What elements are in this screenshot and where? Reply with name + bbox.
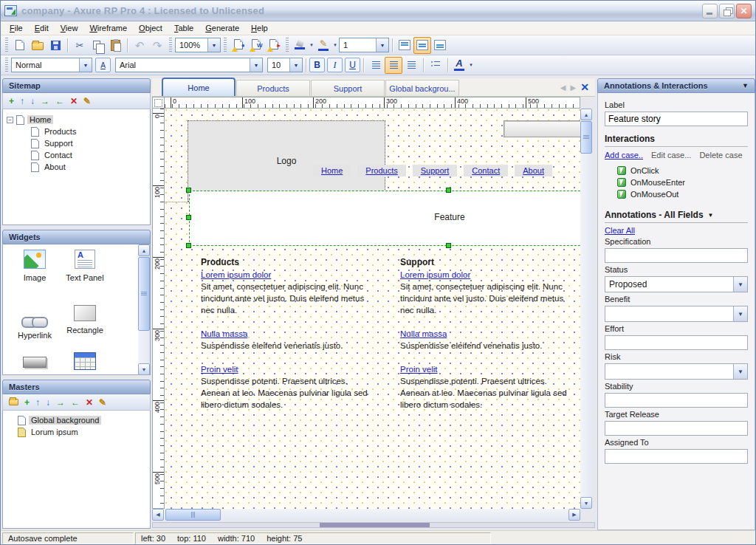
effort-input[interactable] xyxy=(605,335,748,350)
wf-link[interactable]: Nulla massa xyxy=(400,328,447,340)
chevron-down-icon[interactable]: ▼ xyxy=(250,58,262,72)
widgets-scrollbar[interactable]: ▲ ▼ xyxy=(138,244,150,375)
toolbar-grip[interactable] xyxy=(224,38,227,52)
chevron-down-icon[interactable]: ▼ xyxy=(289,58,302,72)
widget-text-panel[interactable]: Text Panel xyxy=(61,250,109,282)
copy-button[interactable] xyxy=(89,37,106,54)
widget-image[interactable]: Image xyxy=(10,250,59,282)
nav-link-support[interactable]: Support xyxy=(413,165,458,176)
products-column[interactable]: Products Lorem ipsum dolor Sit amet, con… xyxy=(201,256,402,422)
indent-icon[interactable]: → xyxy=(56,398,65,407)
underline-button[interactable]: U xyxy=(345,58,360,72)
scroll-up-icon[interactable]: ▲ xyxy=(580,109,592,120)
sitemap-item-support[interactable]: Support xyxy=(3,137,150,149)
indent-icon[interactable]: → xyxy=(41,97,49,106)
delete-master-icon[interactable]: ✕ xyxy=(86,398,93,407)
move-down-icon[interactable]: ↓ xyxy=(46,398,50,407)
tab-prev-icon[interactable]: ◀ xyxy=(560,83,566,92)
scrollbar-thumb[interactable] xyxy=(165,509,221,521)
selection-handle[interactable] xyxy=(186,215,191,220)
nav-link-products[interactable]: Products xyxy=(357,165,405,176)
add-page-icon[interactable]: + xyxy=(9,97,14,106)
master-item-global-background[interactable]: Global background xyxy=(3,414,150,426)
menu-view[interactable]: View xyxy=(55,22,84,34)
toolbar-grip[interactable] xyxy=(5,58,8,72)
selection-handle[interactable] xyxy=(446,188,451,193)
menu-file[interactable]: File xyxy=(4,22,29,34)
tab-close-icon[interactable]: ✕ xyxy=(580,81,589,93)
sitemap-item-about[interactable]: About xyxy=(3,161,150,173)
label-input[interactable] xyxy=(605,112,748,126)
chevron-down-icon[interactable]: ▼ xyxy=(79,58,92,72)
specification-input[interactable] xyxy=(605,248,748,263)
selection-handle[interactable] xyxy=(186,188,191,193)
toolbar-grip[interactable] xyxy=(5,38,8,52)
font-color-dropdown[interactable]: ▼ xyxy=(467,57,475,74)
scroll-left-icon[interactable]: ◀ xyxy=(152,509,164,521)
line-color-button[interactable]: ✎ xyxy=(315,37,331,54)
feature-widget-selected[interactable] xyxy=(189,191,580,246)
move-down-icon[interactable]: ↓ xyxy=(30,97,35,106)
widget-button[interactable] xyxy=(10,357,59,369)
menu-table[interactable]: Table xyxy=(168,22,199,34)
sitemap-item-home[interactable]: − Home xyxy=(3,114,150,126)
wf-link[interactable]: Lorem ipsum dolor xyxy=(201,269,271,281)
chevron-down-icon[interactable]: ▼ xyxy=(733,306,747,321)
move-up-icon[interactable]: ↑ xyxy=(35,398,40,407)
tab-global-background[interactable]: Global backgrou... xyxy=(385,80,459,96)
panel-menu-icon[interactable]: ▼ xyxy=(742,82,749,89)
chevron-down-icon[interactable]: ▼ xyxy=(733,364,747,379)
add-master-icon[interactable]: + xyxy=(24,398,30,407)
canvas-horizontal-scrollbar[interactable]: ◀ ▶ xyxy=(152,509,580,521)
wf-link[interactable]: Proin velit xyxy=(400,363,438,375)
benefit-select[interactable]: ▼ xyxy=(605,306,748,322)
add-folder-icon[interactable] xyxy=(9,399,18,405)
valign-top-button[interactable] xyxy=(396,37,413,54)
minimize-button[interactable] xyxy=(702,4,718,18)
style-combo[interactable]: Normal ▼ xyxy=(11,58,92,72)
font-combo[interactable]: Arial ▼ xyxy=(115,58,263,72)
delete-page-icon[interactable]: ✕ xyxy=(70,97,78,106)
italic-button[interactable]: I xyxy=(327,58,343,72)
wireframe-canvas[interactable]: Logo Home Products Support Contact About… xyxy=(165,109,580,509)
undo-button[interactable]: ↶ xyxy=(131,37,148,54)
nav-link-about[interactable]: About xyxy=(515,165,552,176)
chevron-down-icon[interactable]: ▼ xyxy=(207,38,220,52)
line-color-dropdown[interactable]: ▼ xyxy=(331,37,339,54)
risk-select[interactable]: ▼ xyxy=(605,363,748,380)
clear-all-link[interactable]: Clear All xyxy=(605,226,635,235)
event-onmouseout[interactable]: OnMouseOut xyxy=(617,188,748,200)
font-color-button[interactable]: A xyxy=(451,57,467,74)
scroll-right-icon[interactable]: ▶ xyxy=(568,509,580,521)
widget-rectangle[interactable]: Rectangle xyxy=(61,305,109,335)
bullet-list-button[interactable] xyxy=(427,57,444,74)
menu-edit[interactable]: Edit xyxy=(29,22,55,34)
search-box-widget[interactable] xyxy=(504,120,580,137)
selection-handle[interactable] xyxy=(446,243,451,248)
generate-html-button[interactable]: ● xyxy=(230,37,247,54)
sitemap-item-products[interactable]: Products xyxy=(3,126,150,137)
master-item-lorum-ipsum[interactable]: Lorum ipsum xyxy=(3,426,150,438)
logo-widget[interactable]: Logo xyxy=(188,120,385,202)
new-button[interactable] xyxy=(11,37,29,54)
generate-word-button[interactable]: W xyxy=(247,37,265,54)
event-onclick[interactable]: OnClick xyxy=(617,165,748,176)
tab-home[interactable]: Home xyxy=(162,78,236,96)
status-select[interactable]: Proposed ▼ xyxy=(605,276,748,292)
fill-color-dropdown[interactable]: ▼ xyxy=(308,37,315,54)
target-release-input[interactable] xyxy=(605,421,748,436)
zoom-combo[interactable]: 100% ▼ xyxy=(175,38,221,52)
pane-scroll-strip[interactable] xyxy=(152,522,595,528)
edit-master-icon[interactable]: ✎ xyxy=(99,398,106,407)
toolbar-grip[interactable] xyxy=(169,38,172,52)
chevron-down-icon[interactable]: ▼ xyxy=(733,277,747,292)
edit-case-link[interactable]: Edit case... xyxy=(651,151,691,160)
nav-link-home[interactable]: Home xyxy=(313,165,351,176)
tab-support[interactable]: Support xyxy=(311,80,385,96)
widget-hyperlink[interactable]: Hyperlink xyxy=(10,311,59,340)
valign-bottom-button[interactable] xyxy=(431,37,449,54)
align-center-button[interactable] xyxy=(385,57,402,74)
tree-collapse-icon[interactable]: − xyxy=(7,117,13,123)
toolbar-grip[interactable] xyxy=(286,38,289,52)
menu-wireframe[interactable]: Wireframe xyxy=(83,22,133,34)
